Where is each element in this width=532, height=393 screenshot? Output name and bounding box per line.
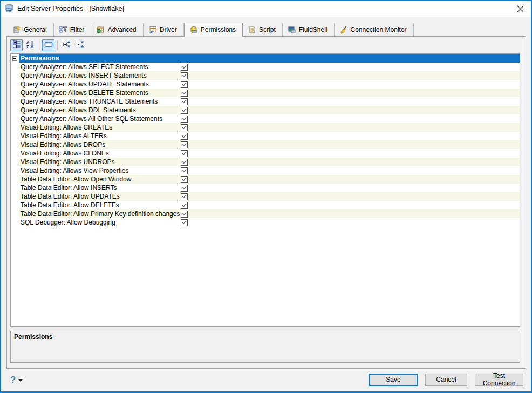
property-checkbox[interactable] <box>181 133 188 140</box>
property-label: Visual Editing: Allows ALTERs <box>19 132 181 140</box>
tab-permissions[interactable]: Permissions <box>184 23 243 37</box>
property-checkbox[interactable] <box>181 219 188 226</box>
table-row: Visual Editing: Allows UNDROPs <box>11 158 520 166</box>
help-menu[interactable]: ? <box>10 375 23 384</box>
broom-icon <box>339 25 348 34</box>
tab-label: Connection Monitor <box>351 26 407 33</box>
tab-label: Script <box>259 26 276 33</box>
property-label: Query Analyzer: Allows UPDATE Statements <box>19 80 181 88</box>
tab-advanced[interactable]: Advanced <box>91 23 143 36</box>
console-window-icon <box>288 25 296 34</box>
table-row: Table Data Editor: Allow Open Window <box>11 175 520 184</box>
table-row: Query Analyzer: Allows DELETE Statements <box>11 89 520 97</box>
grid-blue-arrow-icon <box>148 25 157 34</box>
table-row: Visual Editing: Allows View Properties <box>11 166 520 175</box>
tab-label: Permissions <box>201 26 236 33</box>
property-checkbox[interactable] <box>181 185 188 192</box>
property-label: Table Data Editor: Allow UPDATEs <box>19 193 181 200</box>
property-label: Table Data Editor: Allow INSERTs <box>19 184 181 192</box>
property-label: Table Data Editor: Allow Primary Key def… <box>19 210 181 218</box>
table-row: Query Analyzer: Allows UPDATE Statements <box>11 80 520 89</box>
table-row: Query Analyzer: Allows DDL Statements <box>11 106 520 114</box>
property-label: Table Data Editor: Allow DELETEs <box>19 201 181 209</box>
property-label: Query Analyzer: Allows INSERT Statements <box>19 72 181 79</box>
server-new-icon <box>12 25 21 34</box>
property-label: Visual Editing: Allows View Properties <box>19 167 181 174</box>
table-row: Table Data Editor: Allow DELETEs <box>11 201 520 209</box>
dialog-footer: ? Save Cancel Test Connection <box>1 368 531 391</box>
property-label: Visual Editing: Allows CLONEs <box>19 150 181 157</box>
database-server-icon <box>4 4 14 13</box>
table-row: Table Data Editor: Allow INSERTs <box>11 184 520 192</box>
table-row: Table Data Editor: Allow UPDATEs <box>11 192 520 201</box>
script-page-icon <box>248 25 256 34</box>
property-checkbox[interactable] <box>181 98 188 105</box>
property-checkbox[interactable] <box>181 202 188 209</box>
tab-label: FluidShell <box>299 26 328 33</box>
table-row: Query Analyzer: Allows SELECT Statements <box>11 63 520 71</box>
property-checkbox[interactable] <box>181 107 188 114</box>
collapse-all-icon <box>76 40 85 51</box>
property-checkbox[interactable] <box>181 193 188 200</box>
property-description-panel: Permissions <box>10 331 520 363</box>
property-checkbox[interactable] <box>181 90 188 97</box>
property-grid-toolbar: A Z <box>10 39 86 51</box>
test-connection-button[interactable]: Test Connection <box>475 374 523 386</box>
category-row-permissions[interactable]: Permissions <box>11 54 520 63</box>
property-checkbox[interactable] <box>181 167 188 174</box>
tab-script[interactable]: Script <box>243 23 283 36</box>
expand-all-button[interactable] <box>60 39 73 51</box>
collapse-all-button[interactable] <box>74 39 86 51</box>
table-row: Query Analyzer: Allows TRUNCATE Statemen… <box>11 97 520 106</box>
sort-alphabetical-button[interactable]: A Z <box>24 39 36 51</box>
chevron-down-icon <box>18 379 23 382</box>
help-question-icon: ? <box>10 375 16 384</box>
property-checkbox[interactable] <box>181 72 188 79</box>
categorized-view-button[interactable] <box>10 39 23 51</box>
property-label: Query Analyzer: Allows DDL Statements <box>19 106 181 114</box>
tab-strip: General Filter <box>8 22 414 36</box>
category-title: Permissions <box>19 54 520 63</box>
categorize-icon <box>12 40 21 51</box>
property-checkbox[interactable] <box>181 150 188 157</box>
close-icon[interactable] <box>509 1 531 17</box>
tab-connection-monitor[interactable]: Connection Monitor <box>335 23 414 36</box>
property-checkbox[interactable] <box>181 176 188 183</box>
property-checkbox[interactable] <box>181 81 188 88</box>
database-yellow-icon <box>189 25 198 34</box>
footer-buttons: Save Cancel Test Connection <box>369 374 523 386</box>
property-label: Query Analyzer: Allows DELETE Statements <box>19 89 181 97</box>
tab-fluidshell[interactable]: FluidShell <box>283 23 335 36</box>
property-label: Query Analyzer: Allows SELECT Statements <box>19 63 181 71</box>
toolbar-separator <box>39 40 39 50</box>
property-label: Table Data Editor: Allow Open Window <box>19 175 181 183</box>
filter-tree-icon <box>59 25 67 34</box>
cancel-button[interactable]: Cancel <box>425 374 467 386</box>
property-checkbox[interactable] <box>181 116 188 123</box>
property-checkbox[interactable] <box>181 64 188 71</box>
property-checkbox[interactable] <box>181 159 188 166</box>
property-label: Visual Editing: Allows CREATEs <box>19 124 181 131</box>
save-button[interactable]: Save <box>369 374 418 386</box>
tab-label: Filter <box>70 26 85 33</box>
property-label: Query Analyzer: Allows TRUNCATE Statemen… <box>19 98 181 105</box>
tab-general[interactable]: General <box>8 23 54 36</box>
tab-label: Driver <box>160 26 177 33</box>
show-description-button[interactable] <box>42 39 54 51</box>
table-row: Visual Editing: Allows CREATEs <box>11 123 520 132</box>
sort-alpha-icon: A Z <box>26 40 35 51</box>
tab-filter[interactable]: Filter <box>54 23 92 36</box>
window-title: Edit Server Properties - [Snowflake] <box>17 5 124 12</box>
table-row: SQL Debugger: Allow Debugging <box>11 218 520 227</box>
tab-driver[interactable]: Driver <box>144 23 184 36</box>
description-title: Permissions <box>14 333 516 341</box>
property-label: Visual Editing: Allows UNDROPs <box>19 158 181 166</box>
collapse-expander-icon[interactable] <box>12 56 17 61</box>
property-checkbox[interactable] <box>181 141 188 148</box>
property-checkbox[interactable] <box>181 124 188 131</box>
property-label: Visual Editing: Allows DROPs <box>19 141 181 148</box>
table-row: Table Data Editor: Allow Primary Key def… <box>11 209 520 218</box>
expand-all-icon <box>63 40 71 51</box>
property-checkbox[interactable] <box>181 211 188 218</box>
titlebar: Edit Server Properties - [Snowflake] <box>1 1 531 17</box>
